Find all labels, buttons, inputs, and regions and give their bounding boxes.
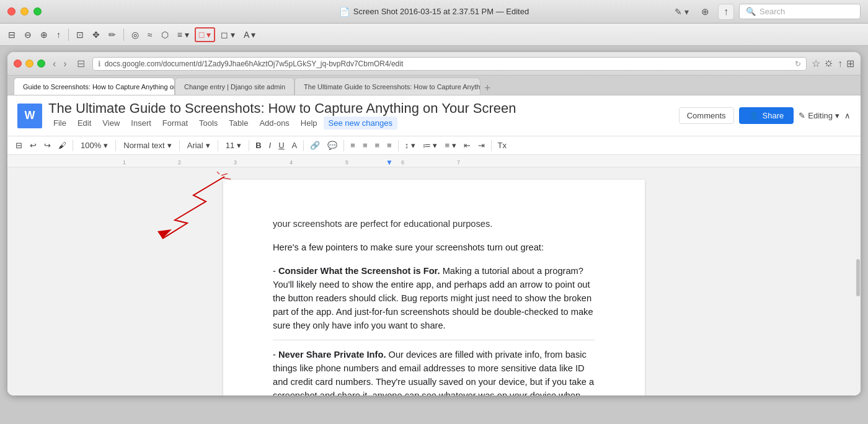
size-value: 11 <box>226 141 234 150</box>
close-button[interactable] <box>7 7 16 15</box>
new-tab-icon[interactable]: ⊞ <box>846 58 854 69</box>
indent-less-btn[interactable]: ⇤ <box>461 139 474 152</box>
gdocs-header: W The Ultimate Guide to Screenshots: How… <box>7 95 861 136</box>
zoom-chevron: ▾ <box>104 141 108 150</box>
tab-django[interactable]: Change entry | Django site admin <box>175 77 294 95</box>
sidebar-toggle-btn[interactable]: ⊟ <box>74 56 87 71</box>
print-btn[interactable]: ⊟ <box>12 139 25 152</box>
forward-button[interactable]: › <box>61 57 69 71</box>
document-page[interactable]: your screenshots are perfect for educati… <box>223 180 645 395</box>
tab-gdocs-label: Guide to Screenshots: How to Capture Any… <box>23 83 175 91</box>
extension-icon[interactable]: ⛭ <box>824 58 834 69</box>
color-border-tool[interactable]: ◻ ▾ <box>218 29 238 41</box>
maximize-button[interactable] <box>33 7 42 15</box>
minimize-button[interactable] <box>20 7 29 15</box>
underline-btn[interactable]: U <box>275 139 287 152</box>
toolbar-separator-1 <box>68 29 69 41</box>
share-icon-btn: 👤 <box>749 111 759 120</box>
shapes-tool[interactable]: ◎ <box>128 29 142 41</box>
editing-mode-button[interactable]: ✎ Editing ▾ <box>799 111 839 120</box>
browser-close[interactable] <box>14 60 22 68</box>
doc-scroll-area: your screenshots are perfect for educati… <box>7 167 861 395</box>
window-title-area: 📄 Screen Shot 2016-03-15 at 2.37.51 PM —… <box>339 7 529 17</box>
menu-edit[interactable]: Edit <box>73 117 96 130</box>
pen-tool[interactable]: ✏ <box>105 29 119 41</box>
line-spacing-btn[interactable]: ↕ ▾ <box>402 139 418 152</box>
transform-tool[interactable]: ⬡ <box>158 29 172 41</box>
unordered-list-btn[interactable]: ≡ ▾ <box>441 139 459 152</box>
tab-gdocs[interactable]: Guide to Screenshots: How to Capture Any… <box>14 77 175 95</box>
browser-minimize[interactable] <box>25 60 33 68</box>
comment-btn[interactable]: 💬 <box>324 139 340 152</box>
address-bar[interactable]: ℹ docs.google.com/document/d/1Zady9Jhae6… <box>92 57 807 71</box>
scrollbar-thumb[interactable] <box>856 259 860 296</box>
zoom-out-btn[interactable]: ⊖ <box>21 29 35 41</box>
draw-tool[interactable]: ≈ <box>144 29 156 41</box>
zoom-in-btn[interactable]: ⊕ <box>37 29 51 41</box>
doc-para-intro: your screenshots are perfect for educati… <box>273 217 595 231</box>
paint-format-btn[interactable]: 🖌 <box>55 139 69 152</box>
toolbar-sep-8 <box>398 140 399 151</box>
menu-insert[interactable]: Insert <box>126 117 156 130</box>
refresh-icon[interactable]: ↻ <box>795 60 801 68</box>
search-icon: 🔍 <box>746 7 756 16</box>
document-title[interactable]: The Ultimate Guide to Screenshots: How t… <box>48 100 516 117</box>
menu-tools[interactable]: Tools <box>194 117 223 130</box>
redo-btn[interactable]: ↪ <box>41 139 54 152</box>
font-select[interactable]: Arial ▾ <box>183 139 215 152</box>
share-btn-tb2[interactable]: ↑ <box>53 29 64 41</box>
font-color-btn[interactable]: A <box>289 139 301 152</box>
action-button[interactable]: ⊕ <box>698 5 713 19</box>
menu-file[interactable]: File <box>48 117 71 130</box>
ruler-mark-7: 7 <box>457 159 460 166</box>
new-tab-button[interactable]: + <box>480 82 495 95</box>
style-select[interactable]: Normal text ▾ <box>119 139 175 152</box>
clear-formatting-btn[interactable]: Tx <box>495 139 510 152</box>
menu-format[interactable]: Format <box>157 117 193 130</box>
align-tool[interactable]: ≡ ▾ <box>174 29 192 41</box>
back-button[interactable]: ‹ <box>50 57 58 71</box>
gdocs-container: W The Ultimate Guide to Screenshots: How… <box>7 95 861 395</box>
toolbar-separator-2 <box>123 29 124 41</box>
ordered-list-btn[interactable]: ≔ ▾ <box>420 139 441 152</box>
align-left-btn[interactable]: ≡ <box>347 139 358 152</box>
comments-button[interactable]: Comments <box>679 107 734 124</box>
menu-help[interactable]: Help <box>296 117 322 130</box>
indent-more-btn[interactable]: ⇥ <box>475 139 488 152</box>
tab-ultimate[interactable]: The Ultimate Guide to Screenshots: How t… <box>294 77 480 95</box>
macos-titlebar: 📄 Screen Shot 2016-03-15 at 2.37.51 PM —… <box>0 0 868 24</box>
share-button[interactable]: 👤 Share <box>739 107 794 124</box>
share-button-titlebar[interactable]: ↑ <box>718 4 734 20</box>
sidebar-toggle[interactable]: ⊟ <box>5 29 19 41</box>
select-tool[interactable]: ⊡ <box>73 29 87 41</box>
align-right-btn[interactable]: ≡ <box>371 139 383 152</box>
search-input-area[interactable]: 🔍 Search <box>739 4 861 19</box>
bookmark-icon[interactable]: ☆ <box>812 58 820 69</box>
align-center-btn[interactable]: ≡ <box>360 139 371 152</box>
collapse-button[interactable]: ∧ <box>844 111 851 120</box>
browser-maximize[interactable] <box>37 60 45 68</box>
chevron-down-icon: ▾ <box>835 111 839 120</box>
bold-btn[interactable]: B <box>252 139 264 152</box>
menu-table[interactable]: Table <box>224 117 253 130</box>
ruler-mark-1: 1 <box>123 159 126 166</box>
undo-btn[interactable]: ↩ <box>27 139 40 152</box>
move-tool[interactable]: ✥ <box>89 29 103 41</box>
zoom-select[interactable]: 100% ▾ <box>76 139 112 152</box>
menu-view[interactable]: View <box>97 117 125 130</box>
border-tool[interactable]: □ ▾ <box>195 27 215 42</box>
size-select[interactable]: 11 ▾ <box>221 139 246 152</box>
pen-tool-button[interactable]: ✎ ▾ <box>671 6 693 18</box>
editing-mode-label: Editing <box>808 111 833 120</box>
text-tool[interactable]: A ▾ <box>241 29 259 41</box>
info-icon: ℹ <box>98 60 101 68</box>
align-justify-btn[interactable]: ≡ <box>384 139 395 152</box>
toolbar-sep-4 <box>218 140 218 151</box>
menu-addons[interactable]: Add-ons <box>254 117 294 130</box>
share-icon[interactable]: ↑ <box>838 58 843 69</box>
browser-nav: ‹ › <box>50 57 69 71</box>
menu-new-changes[interactable]: See new changes <box>324 117 397 130</box>
scrollbar-track[interactable] <box>856 167 861 395</box>
link-btn[interactable]: 🔗 <box>307 139 323 152</box>
italic-btn[interactable]: I <box>266 139 275 152</box>
